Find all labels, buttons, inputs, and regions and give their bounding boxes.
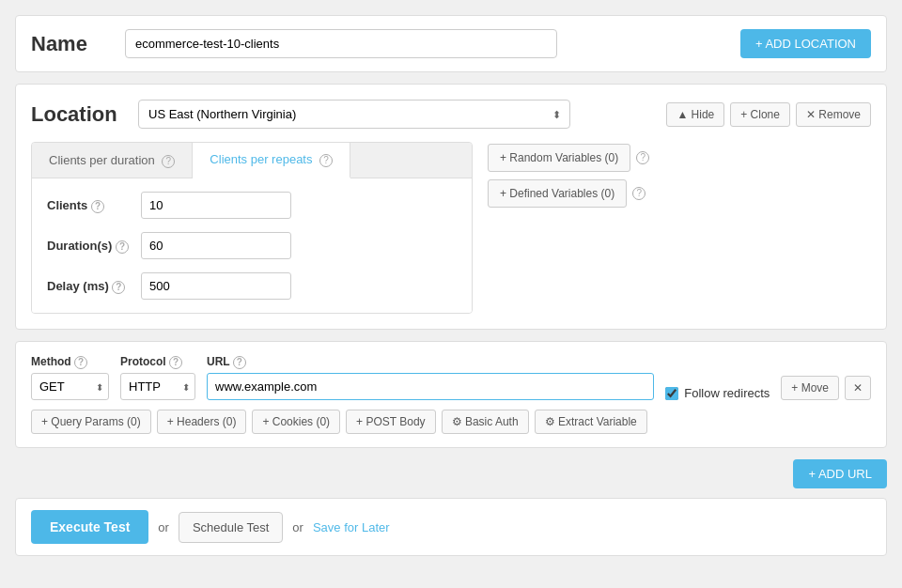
delay-label: Delay (ms) ?: [47, 279, 132, 294]
location-header: Location US East (Northern Virginia) US …: [31, 100, 871, 129]
tab-clients-per-duration[interactable]: Clients per duration ?: [32, 143, 193, 178]
basic-auth-button[interactable]: ⚙ Basic Auth: [442, 410, 529, 434]
clients-field-row: Clients ?: [47, 192, 457, 219]
method-select[interactable]: GET POST PUT DELETE: [31, 373, 109, 400]
url-label: URL ?: [207, 355, 654, 369]
follow-redirects-checkbox[interactable]: [665, 387, 678, 400]
headers-button[interactable]: + Headers (0): [157, 410, 247, 434]
clients-label: Clients ?: [47, 198, 132, 213]
protocol-help-icon: ?: [169, 356, 182, 369]
name-input[interactable]: [125, 29, 557, 58]
clients-input[interactable]: [141, 192, 291, 219]
variables-panel: + Random Variables (0) ? + Defined Varia…: [488, 142, 649, 208]
tab-content: Clients ? Duration(s) ?: [32, 178, 472, 313]
extract-variable-button[interactable]: ⚙ Extract Variable: [535, 410, 647, 434]
delay-input[interactable]: [141, 272, 291, 300]
delay-field-row: Delay (ms) ?: [47, 272, 457, 300]
protocol-label: Protocol ?: [120, 355, 195, 369]
random-variables-help-icon: ?: [636, 151, 649, 164]
random-variables-button[interactable]: + Random Variables (0): [488, 144, 630, 172]
duration-field-row: Duration(s) ?: [47, 232, 457, 259]
url-top-row: Method ? GET POST PUT DELETE ⬍: [31, 355, 871, 400]
defined-variables-button[interactable]: + Defined Variables (0): [488, 179, 627, 208]
url-bottom-row: + Query Params (0) + Headers (0) + Cooki…: [31, 410, 871, 434]
clients-per-repeats-help-icon: ?: [319, 154, 333, 167]
follow-redirects-label: Follow redirects: [684, 386, 770, 400]
duration-input[interactable]: [141, 232, 291, 259]
url-action-buttons: + Move ✕: [781, 376, 871, 400]
location-section: Location US East (Northern Virginia) US …: [15, 84, 887, 330]
method-help-icon: ?: [74, 356, 87, 369]
name-section: Name + ADD LOCATION: [15, 15, 887, 72]
protocol-select-wrap: HTTP HTTPS ⬍: [120, 373, 195, 400]
delay-help-icon: ?: [112, 281, 125, 294]
protocol-field-block: Protocol ? HTTP HTTPS ⬍: [120, 355, 195, 400]
defined-variables-row: + Defined Variables (0) ?: [488, 179, 649, 208]
hide-button[interactable]: ▲ Hide: [666, 102, 724, 127]
method-field-block: Method ? GET POST PUT DELETE ⬍: [31, 355, 109, 400]
execute-test-button[interactable]: Execute Test: [31, 510, 148, 544]
move-button[interactable]: + Move: [781, 376, 839, 400]
method-select-wrap: GET POST PUT DELETE ⬍: [31, 373, 109, 400]
url-section: Method ? GET POST PUT DELETE ⬍: [15, 341, 887, 448]
protocol-select[interactable]: HTTP HTTPS: [120, 373, 195, 400]
add-url-row: + ADD URL: [15, 459, 887, 488]
save-for-later-link[interactable]: Save for Later: [313, 520, 390, 534]
random-variables-row: + Random Variables (0) ?: [488, 144, 649, 172]
url-help-icon: ?: [233, 356, 246, 369]
cookies-button[interactable]: + Cookies (0): [252, 410, 340, 434]
footer-or-2: or: [292, 520, 303, 534]
name-label: Name: [31, 32, 125, 56]
clients-help-icon: ?: [91, 200, 104, 213]
clients-per-duration-help-icon: ?: [162, 155, 175, 168]
tab-clients-per-repeats[interactable]: Clients per repeats ?: [193, 143, 350, 178]
url-field-block: URL ?: [207, 355, 654, 400]
clone-button[interactable]: + Clone: [730, 102, 790, 127]
schedule-test-button[interactable]: Schedule Test: [179, 512, 283, 543]
add-url-button[interactable]: + ADD URL: [793, 459, 887, 488]
location-label: Location: [31, 102, 125, 127]
tab-bar: Clients per duration ? Clients per repea…: [32, 143, 472, 178]
url-input[interactable]: [207, 373, 654, 400]
duration-label: Duration(s) ?: [47, 239, 132, 254]
duration-help-icon: ?: [116, 240, 129, 254]
location-select[interactable]: US East (Northern Virginia) US West (Ore…: [138, 100, 570, 129]
tabs-panel: Clients per duration ? Clients per repea…: [31, 142, 473, 314]
config-area: Clients per duration ? Clients per repea…: [31, 142, 871, 314]
follow-redirects-group: Follow redirects: [665, 386, 770, 400]
footer-or-1: or: [158, 520, 169, 534]
query-params-button[interactable]: + Query Params (0): [31, 410, 151, 434]
url-field-group: Method ? GET POST PUT DELETE ⬍: [31, 355, 654, 400]
add-location-button[interactable]: + ADD LOCATION: [740, 29, 871, 58]
post-body-button[interactable]: + POST Body: [346, 410, 435, 434]
url-remove-button[interactable]: ✕: [845, 376, 871, 400]
remove-button[interactable]: ✕ Remove: [796, 102, 871, 127]
location-select-wrapper: US East (Northern Virginia) US West (Ore…: [138, 100, 570, 129]
location-actions: ▲ Hide + Clone ✕ Remove: [666, 102, 871, 127]
footer-bar: Execute Test or Schedule Test or Save fo…: [15, 498, 887, 556]
defined-variables-help-icon: ?: [632, 187, 645, 200]
method-label: Method ?: [31, 355, 109, 369]
